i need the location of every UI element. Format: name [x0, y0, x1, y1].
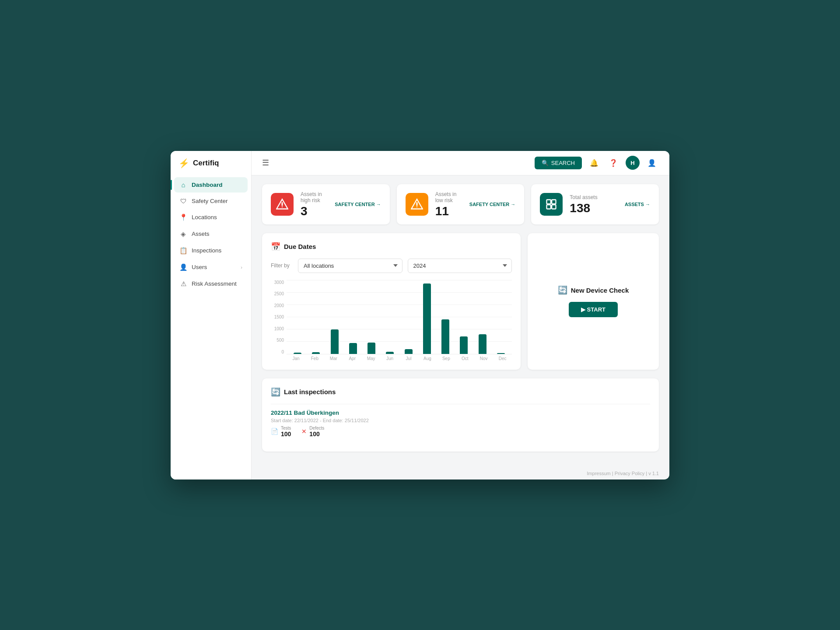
new-device-header: 🔄 New Device Check [558, 285, 629, 295]
bar [294, 353, 301, 354]
sidebar-item-label: Users [192, 264, 207, 270]
help-button[interactable]: ❓ [606, 156, 620, 170]
inspection-name[interactable]: 2022/11 Bad Überkingen [271, 410, 650, 416]
bar [368, 343, 375, 354]
main-content: ☰ 🔍 SEARCH 🔔 ❓ H 👤 [252, 151, 669, 480]
bar-dec [492, 353, 510, 354]
help-icon: ❓ [609, 159, 618, 167]
bar-may [362, 343, 381, 354]
high-risk-card: Assets in high risk 3 SAFETY CENTER → [262, 184, 390, 224]
filter-label: Filter by [271, 262, 293, 269]
sidebar-item-safety-center[interactable]: 🛡 Safety Center [174, 193, 248, 209]
bar-sep [436, 319, 455, 354]
users-icon: 👤 [179, 263, 187, 271]
tests-value: 100 [281, 430, 291, 438]
location-icon: 📍 [179, 214, 187, 221]
sidebar-item-assets[interactable]: ◈ Assets [174, 226, 248, 242]
home-icon: ⌂ [179, 181, 187, 189]
bar [460, 336, 468, 354]
bar [386, 352, 394, 354]
header: ☰ 🔍 SEARCH 🔔 ❓ H 👤 [252, 151, 669, 175]
defects-stat: ✕ Defects 100 [301, 426, 324, 438]
total-assets-link[interactable]: ASSETS → [625, 202, 650, 207]
chevron-right-icon: › [241, 265, 242, 270]
high-risk-link[interactable]: SAFETY CENTER → [335, 202, 381, 207]
inspection-item: 2022/11 Bad Überkingen Start date: 22/11… [271, 404, 650, 443]
sidebar: ⚡ Certifiq ⌂ Dashboard 🛡 Safety Center 📍… [171, 151, 252, 480]
sidebar-item-label: Inspections [192, 247, 221, 254]
low-risk-link[interactable]: SAFETY CENTER → [469, 202, 516, 207]
due-dates-header: 📅 Due Dates [271, 242, 512, 252]
version-label: v 1.1 [648, 471, 659, 476]
defects-icon: ✕ [301, 428, 307, 435]
inspection-stats: 📄 Tests 100 ✕ Defects 100 [271, 426, 650, 438]
year-filter[interactable]: 2024 [408, 259, 512, 273]
bar [331, 329, 339, 354]
notification-button[interactable]: 🔔 [587, 156, 601, 170]
tests-info: Tests 100 [281, 426, 291, 438]
last-inspections-card: 🔄 Last inspections 2022/11 Bad Überkinge… [262, 378, 659, 452]
bar [423, 284, 431, 354]
high-risk-icon [271, 193, 294, 216]
low-risk-label: Assets in low risk [435, 191, 462, 203]
bar [349, 343, 357, 354]
logo-text: Certifiq [193, 159, 219, 168]
tests-icon: 📄 [271, 428, 278, 435]
high-risk-value: 3 [301, 205, 328, 217]
bar-aug [418, 284, 436, 354]
svg-point-1 [416, 206, 417, 207]
logo-icon: ⚡ [178, 158, 189, 168]
svg-point-0 [282, 206, 283, 207]
bar-jun [381, 352, 399, 354]
sidebar-item-locations[interactable]: 📍 Locations [174, 210, 248, 225]
bar-mar [326, 329, 344, 354]
header-left: ☰ [262, 158, 269, 168]
svg-rect-5 [552, 205, 556, 209]
low-risk-card: Assets in low risk 11 SAFETY CENTER → [397, 184, 525, 224]
defects-value: 100 [309, 430, 324, 438]
bar-oct [455, 336, 473, 354]
tests-label: Tests [281, 426, 291, 430]
due-dates-title: Due Dates [284, 243, 316, 250]
hamburger-button[interactable]: ☰ [262, 158, 269, 168]
new-device-card: 🔄 New Device Check ▶ START [528, 233, 659, 370]
sidebar-nav: ⌂ Dashboard 🛡 Safety Center 📍 Locations … [171, 177, 251, 292]
sidebar-item-label: Assets [192, 231, 210, 237]
logo: ⚡ Certifiq [171, 158, 251, 177]
location-filter[interactable]: All locations [298, 259, 402, 273]
inspections-card-icon: 🔄 [271, 387, 280, 397]
dashboard: Assets in high risk 3 SAFETY CENTER → [252, 175, 669, 467]
calendar-icon: 📅 [271, 242, 280, 252]
sidebar-item-label: Dashboard [192, 182, 223, 188]
user-avatar[interactable]: H [626, 156, 640, 170]
risk-icon: ⚠ [179, 280, 187, 288]
high-risk-label: Assets in high risk [301, 191, 328, 203]
profile-button[interactable]: 👤 [645, 156, 659, 170]
bar [312, 352, 320, 354]
search-button[interactable]: 🔍 SEARCH [535, 157, 582, 169]
svg-rect-2 [547, 200, 551, 203]
shield-icon: 🛡 [179, 197, 187, 205]
bar [497, 353, 505, 354]
bar-feb [307, 352, 325, 354]
impressum-link[interactable]: Impressum [587, 471, 610, 476]
sidebar-item-inspections[interactable]: 📋 Inspections [174, 243, 248, 259]
sidebar-item-risk-assessment[interactable]: ⚠ Risk Assessment [174, 276, 248, 292]
total-assets-icon [540, 193, 563, 216]
due-dates-card: 📅 Due Dates Filter by All locations 2024 [262, 233, 521, 370]
tests-stat: 📄 Tests 100 [271, 426, 291, 438]
low-risk-info: Assets in low risk 11 [435, 191, 462, 217]
bar-chart [287, 280, 512, 354]
start-button[interactable]: ▶ START [569, 302, 618, 317]
last-inspections-header: 🔄 Last inspections [271, 387, 650, 397]
footer: Impressum | Privacy Policy | v 1.1 [252, 467, 669, 480]
sidebar-item-dashboard[interactable]: ⌂ Dashboard [174, 177, 248, 192]
privacy-link[interactable]: Privacy Policy [615, 471, 644, 476]
sidebar-item-users[interactable]: 👤 Users › [174, 259, 248, 275]
bar [405, 349, 413, 354]
stat-cards: Assets in high risk 3 SAFETY CENTER → [262, 184, 659, 224]
defects-info: Defects 100 [309, 426, 324, 438]
filter-row: Filter by All locations 2024 [271, 259, 512, 273]
charts-row: 📅 Due Dates Filter by All locations 2024 [262, 233, 659, 370]
inspections-icon: 📋 [179, 247, 187, 255]
